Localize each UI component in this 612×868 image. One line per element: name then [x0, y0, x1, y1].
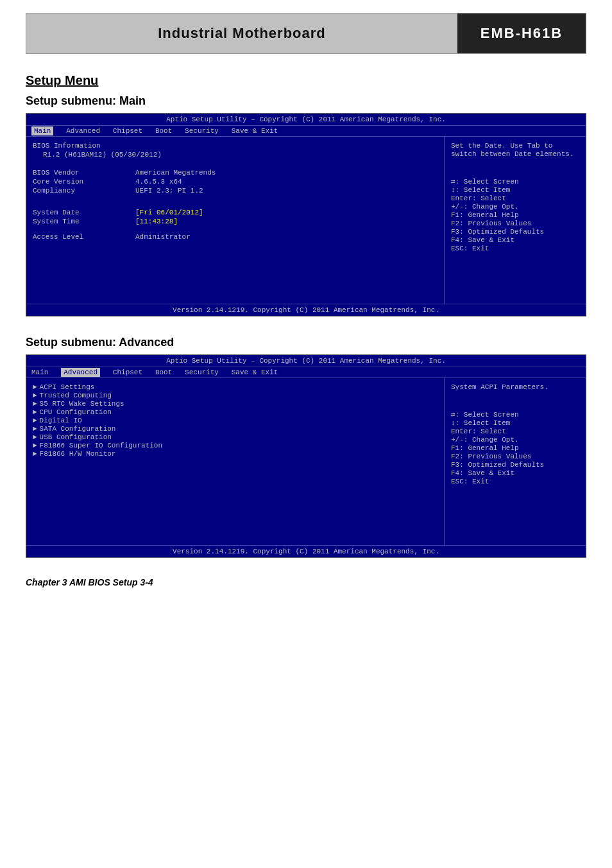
adv-menu-digital-io[interactable]: ► Digital IO: [33, 417, 438, 424]
adv-key-7: F3: Optimized Defaults: [451, 461, 579, 469]
adv-tab-chipset[interactable]: Chipset: [113, 369, 142, 376]
main-tab-boot[interactable]: Boot: [155, 127, 172, 135]
bios-vendor-label: BIOS Vendor: [33, 169, 135, 177]
adv-key-9: ESC: Exit: [451, 478, 579, 485]
adv-arrow-trusted: ►: [33, 392, 37, 399]
adv-menu-f81866-hw[interactable]: ► F81866 H/W Monitor: [33, 450, 438, 458]
adv-arrow-f81866-hw: ►: [33, 450, 37, 458]
main-bios-body: BIOS Information R1.2 (H61BAM12) (05/30/…: [26, 137, 586, 304]
system-time-value: [11:43:28]: [135, 218, 178, 225]
adv-menu-acpi[interactable]: ► ACPI Settings: [33, 383, 438, 391]
advanced-bios-menubar: Main Advanced Chipset Boot Security Save…: [26, 367, 586, 378]
adv-tab-save-exit[interactable]: Save & Exit: [232, 369, 278, 376]
adv-key-3: Enter: Select: [451, 428, 579, 435]
adv-label-digital-io: Digital IO: [40, 417, 82, 424]
main-key-1: ⇄: Select Screen: [451, 177, 579, 186]
advanced-bios-main-panel: ► ACPI Settings ► Trusted Computing ► S5…: [26, 378, 445, 545]
header-title-section: Industrial Motherboard: [26, 13, 457, 53]
adv-tab-boot[interactable]: Boot: [155, 369, 172, 376]
adv-menu-trusted[interactable]: ► Trusted Computing: [33, 392, 438, 399]
core-version-row: Core Version 4.6.5.3 x64: [33, 178, 438, 186]
main-bios-main-panel: BIOS Information R1.2 (H61BAM12) (05/30/…: [26, 137, 445, 304]
system-time-row: System Time [11:43:28]: [33, 218, 438, 225]
adv-arrow-usb: ►: [33, 433, 37, 441]
adv-menu-f81866-superio[interactable]: ► F81866 Super IO Configuration: [33, 442, 438, 449]
access-level-value: Administrator: [135, 233, 191, 241]
compliancy-label: Compliancy: [33, 187, 135, 195]
adv-key-8: F4: Save & Exit: [451, 469, 579, 477]
main-bios-footer: Version 2.14.1219. Copyright (C) 2011 Am…: [26, 304, 586, 316]
adv-label-usb: USB Configuration: [40, 433, 112, 441]
adv-key-5: F1: General Help: [451, 444, 579, 452]
main-submenu-title: Setup submenu: Main: [26, 94, 586, 108]
main-side-help-2: switch between Date elements.: [451, 150, 579, 158]
main-tab-advanced[interactable]: Advanced: [66, 127, 100, 135]
model-number: EMB-H61B: [480, 25, 563, 42]
core-version-value: 4.6.5.3 x64: [135, 178, 182, 186]
advanced-submenu-title: Setup submenu: Advanced: [26, 336, 586, 349]
header-bar: Industrial Motherboard EMB-H61B: [26, 13, 586, 54]
adv-menu-usb[interactable]: ► USB Configuration: [33, 433, 438, 441]
main-key-7: F3: Optimized Defaults: [451, 228, 579, 236]
adv-label-f81866-hw: F81866 H/W Monitor: [40, 450, 116, 458]
adv-label-trusted: Trusted Computing: [40, 392, 112, 399]
main-key-4: +/-: Change Opt.: [451, 203, 579, 211]
adv-tab-advanced[interactable]: Advanced: [61, 368, 100, 377]
main-bios-side-panel: Set the Date. Use Tab to switch between …: [445, 137, 586, 304]
adv-arrow-f81866-superio: ►: [33, 442, 37, 449]
adv-key-1: ⇄: Select Screen: [451, 410, 579, 419]
system-date-row: System Date [Fri 06/01/2012]: [33, 209, 438, 216]
adv-tab-security[interactable]: Security: [185, 369, 219, 376]
access-level-row: Access Level Administrator: [33, 233, 438, 241]
system-date-label: System Date: [33, 209, 135, 216]
main-key-3: Enter: Select: [451, 195, 579, 202]
main-key-9: ESC: Exit: [451, 245, 579, 252]
main-tab-chipset[interactable]: Chipset: [113, 127, 142, 135]
bios-version: R1.2 (H61BAM12) (05/30/2012): [43, 151, 438, 159]
chapter-footer: Chapter 3 AMI BIOS Setup 3-4: [26, 577, 586, 587]
adv-arrow-cpu: ►: [33, 408, 37, 416]
adv-label-s5rtc: S5 RTC Wake Settings: [40, 400, 124, 408]
main-side-help-1: Set the Date. Use Tab to: [451, 142, 579, 150]
access-level-label: Access Level: [33, 233, 135, 241]
bios-vendor-value: American Megatrends: [135, 169, 216, 177]
adv-label-sata: SATA Configuration: [40, 425, 116, 433]
adv-arrow-acpi: ►: [33, 383, 37, 391]
product-title: Industrial Motherboard: [158, 25, 326, 42]
main-key-5: F1: General Help: [451, 211, 579, 219]
main-tab-security[interactable]: Security: [185, 127, 219, 135]
adv-key-help: ⇄: Select Screen ↕: Select Item Enter: S…: [451, 410, 579, 485]
bios-vendor-row: BIOS Vendor American Megatrends: [33, 169, 438, 177]
setup-menu-title: Setup Menu: [26, 73, 586, 88]
main-bios-topbar: Aptio Setup Utility – Copyright (C) 2011…: [26, 114, 586, 126]
adv-arrow-digital-io: ►: [33, 417, 37, 424]
main-key-6: F2: Previous Values: [451, 220, 579, 227]
core-version-label: Core Version: [33, 178, 135, 186]
adv-menu-sata[interactable]: ► SATA Configuration: [33, 425, 438, 433]
advanced-bios-topbar: Aptio Setup Utility – Copyright (C) 2011…: [26, 355, 586, 367]
adv-key-6: F2: Previous Values: [451, 453, 579, 460]
main-tab-main[interactable]: Main: [31, 126, 53, 135]
compliancy-row: Compliancy UEFI 2.3; PI 1.2: [33, 187, 438, 195]
adv-label-f81866-superio: F81866 Super IO Configuration: [40, 442, 162, 449]
main-tab-save-exit[interactable]: Save & Exit: [232, 127, 278, 135]
main-key-help: ⇄: Select Screen ↕: Select Item Enter: S…: [451, 177, 579, 252]
system-time-label: System Time: [33, 218, 135, 225]
advanced-bios-side-panel: System ACPI Parameters. ⇄: Select Screen…: [445, 378, 586, 545]
adv-label-acpi: ACPI Settings: [40, 383, 95, 391]
bios-info-heading: BIOS Information: [33, 142, 438, 150]
adv-menu-s5rtc[interactable]: ► S5 RTC Wake Settings: [33, 400, 438, 408]
adv-arrow-sata: ►: [33, 425, 37, 433]
system-date-value: [Fri 06/01/2012]: [135, 209, 203, 216]
main-bios-screen: Aptio Setup Utility – Copyright (C) 2011…: [26, 113, 586, 317]
main-bios-menubar: Main Advanced Chipset Boot Security Save…: [26, 126, 586, 137]
adv-side-help: System ACPI Parameters.: [451, 383, 579, 391]
adv-key-4: +/-: Change Opt.: [451, 436, 579, 444]
adv-arrow-s5rtc: ►: [33, 400, 37, 408]
header-model-section: EMB-H61B: [457, 13, 586, 53]
adv-menu-cpu[interactable]: ► CPU Configuration: [33, 408, 438, 416]
adv-key-2: ↕: Select Item: [451, 419, 579, 427]
adv-tab-main[interactable]: Main: [31, 369, 48, 376]
compliancy-value: UEFI 2.3; PI 1.2: [135, 187, 203, 195]
adv-label-cpu: CPU Configuration: [40, 408, 112, 416]
